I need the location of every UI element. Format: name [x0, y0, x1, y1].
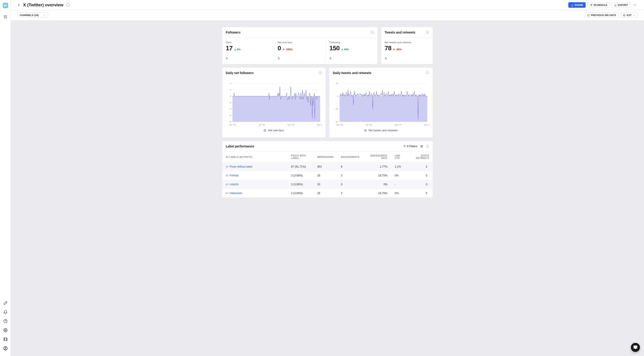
followers-card: Followers ⓘ Fans 17 ▲6% 𝕏: [222, 27, 378, 64]
content: Followers ⓘ Fans 17 ▲6% 𝕏: [11, 20, 644, 204]
cell-link-ctr: 0%: [391, 171, 407, 180]
list-view-icon[interactable]: [420, 145, 423, 148]
svg-marker-67: [404, 146, 406, 148]
cell-quote-rt: 0: [407, 171, 433, 180]
svg-rect-69: [420, 146, 423, 146]
avatar-icon[interactable]: [3, 346, 8, 350]
label-link[interactable]: 🏷Friends: [226, 174, 239, 177]
cell-impressions: 453: [314, 162, 338, 171]
channels-label: CHANNELS (34): [20, 14, 39, 16]
svg-text:10: 10: [336, 82, 338, 84]
more-icon[interactable]: [632, 2, 638, 8]
topbar: X (Twitter) overview SHARE SCHEDULE EXPO…: [11, 0, 644, 10]
cell-engagements: 3: [337, 189, 363, 198]
filters-label: 0 Filters: [407, 145, 417, 148]
svg-point-30: [636, 5, 636, 6]
svg-point-3: [4, 16, 4, 17]
cell-engagements: 0: [337, 180, 363, 189]
stat-label: Fans: [226, 41, 270, 44]
cell-engagements: 8: [337, 162, 363, 171]
export-button[interactable]: EXPORT: [612, 2, 630, 8]
date-range-label: PREVIOUS 365 DAYS: [591, 14, 616, 16]
svg-point-5: [6, 16, 7, 17]
stat-delta: ▼-100%: [282, 48, 292, 51]
logo[interactable]: Me: [3, 3, 8, 8]
col-quote-rt[interactable]: QUOTE RETWEETS: [407, 152, 433, 162]
date-range-select[interactable]: PREVIOUS 365 DAYS: [585, 12, 619, 18]
chevron-down-icon: [43, 14, 46, 16]
cell-quote-rt: 2: [407, 162, 433, 171]
svg-text:Jan '25: Jan '25: [424, 124, 429, 126]
info-icon[interactable]: ⓘ: [426, 144, 429, 148]
tag-icon: 🏷: [226, 192, 228, 194]
share-button[interactable]: SHARE: [568, 2, 586, 8]
media-icon[interactable]: [3, 337, 8, 342]
cell-impressions: 16: [314, 189, 338, 198]
stat-net-new-fans: Net new fans 0 ▼-100% 𝕏: [274, 38, 326, 64]
timezone-select[interactable]: EST: [620, 12, 638, 18]
chart-title: Daily net followers: [226, 71, 254, 75]
subbar: CHANNELS (34) PREVIOUS 365 DAYS EST: [11, 10, 644, 20]
cell-eng-rate: 1.77%: [363, 162, 391, 171]
col-link-ctr[interactable]: LINK CTR: [391, 152, 407, 162]
stat-delta: ▲6%: [234, 48, 240, 51]
apps-icon[interactable]: [3, 14, 8, 19]
cell-posts: 3 (3.66%): [287, 171, 314, 180]
help-icon[interactable]: [3, 319, 8, 324]
cell-link-ctr: 0%: [391, 189, 407, 198]
col-posts[interactable]: POSTS WITH LABEL↓: [287, 152, 314, 162]
col-label[interactable]: 19 LABELS (82 POSTS): [222, 152, 287, 162]
filters-button[interactable]: 0 Filters: [403, 145, 417, 148]
link-icon[interactable]: [3, 301, 8, 305]
svg-text:-10: -10: [335, 108, 338, 110]
label-performance-card: Label performance 0 Filters ⓘ: [222, 141, 433, 198]
back-button[interactable]: [17, 4, 20, 6]
cell-link-ctr: -: [391, 180, 407, 189]
channels-select[interactable]: CHANNELS (34): [17, 12, 48, 18]
table-title: Label performance: [226, 144, 254, 148]
chart-title: Daily tweets and retweets: [333, 71, 371, 75]
stat-label: Net new fans: [278, 41, 322, 44]
tag-icon: 🏷: [226, 165, 228, 168]
stat-label: Net tweets and retweets: [385, 41, 429, 44]
tag-icon: 🏷: [226, 183, 228, 186]
chart-svg: 420-2-4-6-8Apr '24Jul '24Oct '24Jan '25: [226, 81, 322, 126]
info-icon[interactable]: ⓘ: [371, 30, 374, 34]
table-row[interactable]: 🏷colorful 3 (3.66%) 10 0 0% - 0: [222, 180, 433, 189]
info-icon[interactable]: ⓘ: [426, 71, 429, 75]
col-impressions[interactable]: IMPRESSIONS: [314, 152, 338, 162]
stat-fans: Fans 17 ▲6% 𝕏: [222, 38, 274, 64]
info-icon[interactable]: ⓘ: [426, 30, 429, 34]
svg-point-20: [5, 347, 6, 348]
table-row[interactable]: 🏷Posts without label 67 (81.71%) 453 8 1…: [222, 162, 433, 171]
label-performance-table: 19 LABELS (82 POSTS) POSTS WITH LABEL↓ I…: [222, 152, 433, 198]
table-row[interactable]: 🏷Friends 3 (3.66%) 16 3 18.75% 0% 0: [222, 171, 433, 180]
bell-icon[interactable]: [3, 310, 8, 314]
label-link[interactable]: 🏷colorful: [226, 183, 238, 186]
svg-text:2: 2: [230, 88, 231, 91]
info-icon[interactable]: ⓘ: [319, 71, 322, 75]
cell-eng-rate: 18.75%: [363, 189, 391, 198]
label-link[interactable]: 🏷Posts without label: [226, 165, 252, 168]
cell-posts: 67 (81.71%): [287, 162, 314, 171]
tweets-card-title: Tweets and retweets: [385, 30, 416, 34]
followers-title: Followers: [226, 30, 240, 34]
stat-value: 17: [226, 44, 232, 52]
svg-text:-4: -4: [229, 108, 231, 110]
svg-text:-6: -6: [229, 114, 231, 117]
label-link[interactable]: 🏷Halloween: [226, 192, 242, 195]
col-eng-rate[interactable]: ENGAGEMENT RATE: [363, 152, 391, 162]
chat-fab[interactable]: [631, 343, 640, 352]
col-engagements[interactable]: ENGAGEMENTS: [337, 152, 363, 162]
stat-value: 78: [385, 44, 392, 52]
chart-svg: 100-10-20Apr '24Jul '24Oct '24Jan '25: [333, 81, 429, 126]
info-icon[interactable]: [66, 3, 70, 7]
svg-point-11: [5, 330, 6, 331]
gear-icon[interactable]: [3, 328, 8, 332]
cell-eng-rate: 18.75%: [363, 171, 391, 180]
svg-point-2: [6, 16, 7, 16]
svg-text:Apr '24: Apr '24: [336, 124, 343, 126]
globe-icon: [623, 14, 626, 16]
table-row[interactable]: 🏷Halloween 3 (3.66%) 16 3 18.75% 0% 0: [222, 189, 433, 198]
schedule-button[interactable]: SCHEDULE: [588, 2, 610, 8]
